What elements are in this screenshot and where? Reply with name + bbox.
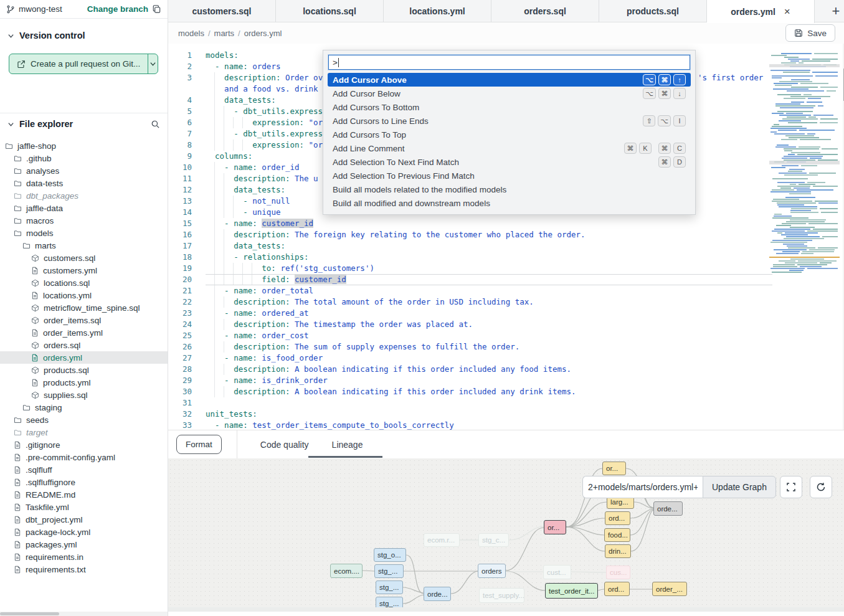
code-line-30[interactable]: 30 description: A boolean indicating if … — [168, 386, 772, 397]
tree-item-customers.sql[interactable]: customers.sql — [0, 252, 168, 264]
code-line-19[interactable]: 19 to: ref('stg_customers') — [168, 263, 772, 274]
lineage-node-test_order_it[interactable]: test_order_it... — [545, 583, 598, 599]
lineage-filter-input[interactable] — [582, 476, 703, 498]
tab-locations.yml[interactable]: locations.yml — [384, 0, 491, 22]
code-line-31[interactable]: 31 — [168, 397, 772, 409]
code-line-16[interactable]: 16 description: The foreign key relating… — [168, 229, 772, 240]
tree-item-packages.yml[interactable]: packages.yml — [0, 538, 168, 551]
version-control-header[interactable]: Version control — [0, 25, 168, 46]
tab-orders.yml[interactable]: orders.yml× — [707, 0, 815, 23]
lineage-node-test_supply[interactable]: test_supply... — [479, 588, 524, 603]
change-branch-link[interactable]: Change branch — [87, 4, 148, 14]
code-editor[interactable]: 1models:2 - name: orders3 description: O… — [168, 44, 844, 430]
code-line-18[interactable]: 18 - relationships: — [168, 252, 772, 263]
tree-item-order-items.yml[interactable]: order_items.yml — [0, 326, 168, 339]
tree-item-locations.yml[interactable]: locations.yml — [0, 289, 168, 301]
code-line-22[interactable]: 22 description: The total amount of the … — [168, 296, 772, 308]
create-pr-dropdown[interactable] — [148, 54, 158, 73]
tree-item-.gitignore[interactable]: .gitignore — [0, 438, 168, 451]
lineage-node-orders[interactable]: orders — [478, 564, 506, 578]
code-line-23[interactable]: 23 - name: ordered_at — [168, 308, 772, 319]
palette-item-add-cursor-above[interactable]: Add Cursor Above⌥⌘↑ — [328, 73, 691, 87]
tree-item-taskfile.yml[interactable]: Taskfile.yml — [0, 501, 168, 513]
breadcrumb-item-orders.yml[interactable]: orders.yml — [244, 29, 282, 38]
code-line-24[interactable]: 24 description: The timestamp the order … — [168, 319, 772, 330]
tree-item-.sqlfluffignore[interactable]: .sqlfluffignore — [0, 476, 168, 488]
code-line-32[interactable]: 32unit_tests: — [168, 409, 772, 420]
scrollbar-thumb[interactable] — [0, 612, 59, 615]
bottom-tab-code-quality[interactable]: Code quality — [260, 430, 309, 459]
lineage-node-stg_[interactable]: stg_... — [374, 564, 404, 578]
palette-item-add-cursor-below[interactable]: Add Cursor Below⌥⌘↓ — [328, 87, 691, 100]
sidebar-horizontal-scrollbar[interactable] — [0, 612, 168, 616]
tree-item-.github[interactable]: .github — [0, 152, 168, 164]
tree-item-locations.sql[interactable]: locations.sql — [0, 277, 168, 289]
palette-item-add-cursors-to-line-ends[interactable]: Add Cursors to Line Ends⇧⌥I — [328, 114, 691, 128]
code-line-33[interactable]: 33 - name: test_order_items_compute_to_b… — [168, 420, 772, 430]
lineage-node-stg_[interactable]: stg_... — [376, 580, 403, 594]
breadcrumb-item-marts[interactable]: marts — [214, 29, 235, 38]
tab-products.sql[interactable]: products.sql — [599, 0, 707, 22]
tree-item-.pre-commit-config.yaml[interactable]: .pre-commit-config.yaml — [0, 451, 168, 463]
tree-item-jaffle-shop[interactable]: jaffle-shop — [0, 140, 168, 152]
code-line-27[interactable]: 27 - name: is_food_order — [168, 353, 772, 364]
refresh-button[interactable] — [810, 476, 832, 498]
tree-item-marts[interactable]: marts — [0, 239, 168, 252]
lineage-node-food[interactable]: food... — [604, 528, 630, 542]
lineage-node-cust[interactable]: cust... — [543, 565, 571, 579]
tree-item-requirements.in[interactable]: requirements.in — [0, 551, 168, 563]
lineage-node-or[interactable]: or... — [544, 520, 566, 534]
tree-item-macros[interactable]: macros — [0, 214, 168, 227]
code-line-29[interactable]: 29 - name: is_drink_order — [168, 375, 772, 386]
lineage-node-stg_o[interactable]: stg_o... — [374, 548, 406, 562]
tree-item-dbt-packages[interactable]: dbt_packages — [0, 189, 168, 202]
update-graph-button[interactable]: Update Graph — [703, 476, 776, 498]
tree-item-package-lock.yml[interactable]: package-lock.yml — [0, 526, 168, 538]
lineage-node-ord[interactable]: ord... — [605, 511, 630, 525]
code-line-20[interactable]: 20 field: customer_id — [168, 274, 772, 285]
tree-item-products.sql[interactable]: products.sql — [0, 364, 168, 376]
lineage-node-ord[interactable]: ord... — [604, 582, 630, 596]
search-icon[interactable] — [151, 120, 160, 129]
save-button[interactable]: Save — [785, 24, 835, 42]
lineage-node-ecomr[interactable]: ecom.r... — [424, 533, 460, 547]
command-palette-input[interactable]: > — [328, 55, 690, 70]
lineage-node-orde[interactable]: orde... — [653, 501, 683, 516]
lineage-node-cus[interactable]: cus... — [606, 566, 630, 579]
close-icon[interactable]: × — [784, 6, 790, 18]
tree-item-.sqlfluff[interactable]: .sqlfluff — [0, 463, 168, 476]
tree-item-requirements.txt[interactable]: requirements.txt — [0, 563, 168, 576]
tab-customers.sql[interactable]: customers.sql — [168, 0, 276, 22]
tree-item-readme.md[interactable]: README.md — [0, 488, 168, 501]
palette-item-add-selection-to-previous-find-match[interactable]: Add Selection To Previous Find Match — [328, 169, 691, 182]
format-button[interactable]: Format — [176, 435, 222, 454]
palette-item-add-cursors-to-bottom[interactable]: Add Cursors To Bottom — [328, 100, 691, 114]
create-pr-main[interactable]: Create a pull request on Git... — [9, 54, 148, 73]
palette-item-build-all-modified-and-downstream-models[interactable]: Build all modified and downstream models — [328, 196, 691, 210]
lineage-node-drin[interactable]: drin... — [605, 544, 631, 558]
tree-item-staging[interactable]: staging — [0, 401, 168, 414]
tab-orders.sql[interactable]: orders.sql — [491, 0, 599, 22]
lineage-node-order_[interactable]: order_... — [652, 582, 687, 596]
palette-item-build-all-models-related-to-the-modified-models[interactable]: Build all models related to the modified… — [328, 182, 691, 196]
tree-item-dbt-project.yml[interactable]: dbt_project.yml — [0, 513, 168, 526]
lineage-node-orde[interactable]: orde... — [424, 587, 451, 601]
tree-item-target[interactable]: target — [0, 426, 168, 438]
tree-item-data-tests[interactable]: data-tests — [0, 177, 168, 189]
tree-item-orders.sql[interactable]: orders.sql — [0, 339, 168, 351]
tree-item-customers.yml[interactable]: customers.yml — [0, 264, 168, 277]
editor-minimap[interactable] — [769, 53, 840, 278]
code-line-21[interactable]: 21 - name: order_total — [168, 285, 772, 296]
lineage-node-or[interactable]: or... — [602, 462, 626, 475]
code-line-26[interactable]: 26 description: The sum of supply expens… — [168, 341, 772, 353]
tree-item-supplies.sql[interactable]: supplies.sql — [0, 389, 168, 401]
lineage-node-stg_c[interactable]: stg_c... — [478, 533, 509, 547]
lineage-node-ecom[interactable]: ecom.... — [330, 564, 363, 578]
tree-item-metricflow-time-spine.sql[interactable]: metricflow_time_spine.sql — [0, 301, 168, 314]
tree-item-models[interactable]: models — [0, 227, 168, 239]
fullscreen-button[interactable] — [780, 476, 802, 498]
tree-item-jaffle-data[interactable]: jaffle-data — [0, 202, 168, 214]
palette-item-add-cursors-to-top[interactable]: Add Cursors To Top — [328, 128, 691, 141]
tab-locations.sql[interactable]: locations.sql — [276, 0, 384, 22]
lineage-horizontal-scrollbar[interactable] — [168, 607, 844, 612]
